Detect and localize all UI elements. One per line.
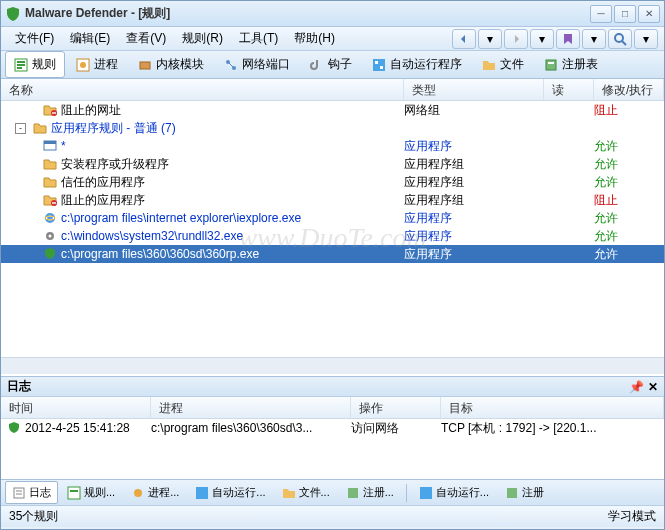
app-icon — [5, 6, 21, 22]
menu-view[interactable]: 查看(V) — [118, 27, 174, 50]
log-operation: 访问网络 — [351, 420, 441, 437]
rule-row[interactable]: c:\program files\internet explorer\iexpl… — [1, 209, 664, 227]
col-name[interactable]: 名称 — [1, 79, 404, 100]
pin-icon[interactable]: 📌 — [629, 380, 644, 394]
rule-row[interactable]: 阻止的网址 网络组 阻止 — [1, 101, 664, 119]
tab-process[interactable]: 进程 — [67, 51, 127, 78]
process-icon — [76, 58, 90, 72]
rule-type: 网络组 — [404, 102, 544, 119]
column-headers: 名称 类型 读 修改/执行 — [1, 79, 664, 101]
svg-line-1 — [622, 41, 626, 45]
rule-type: 应用程序组 — [404, 156, 544, 173]
nav-back-dropdown[interactable]: ▾ — [478, 29, 502, 49]
btab-autorun2-label: 自动运行... — [436, 485, 489, 500]
tab-kernel[interactable]: 内核模块 — [129, 51, 213, 78]
svg-point-0 — [615, 34, 623, 42]
menu-rule[interactable]: 规则(R) — [174, 27, 231, 50]
nav-mark-button[interactable] — [556, 29, 580, 49]
files-icon — [282, 486, 296, 500]
svg-rect-33 — [420, 487, 432, 499]
svg-point-7 — [80, 62, 86, 68]
btab-registry[interactable]: 注册... — [339, 481, 401, 504]
app-all-icon — [43, 139, 57, 153]
nav-back-button[interactable] — [452, 29, 476, 49]
nav-mark-dropdown[interactable]: ▾ — [582, 29, 606, 49]
log-close-icon[interactable]: ✕ — [648, 380, 658, 394]
tab-autorun[interactable]: 自动运行程序 — [363, 51, 471, 78]
folder-app-icon — [33, 121, 47, 135]
rule-name: 阻止的网址 — [61, 102, 121, 119]
svg-rect-3 — [17, 61, 25, 63]
rule-name: 阻止的应用程序 — [61, 192, 145, 209]
svg-rect-5 — [17, 67, 22, 69]
folder-icon — [43, 157, 57, 171]
rules-icon — [14, 58, 28, 72]
rule-type: 应用程序 — [404, 210, 544, 227]
rule-row[interactable]: c:\program files\360\360sd\360rp.exe 应用程… — [1, 245, 664, 263]
minimize-button[interactable]: ─ — [590, 5, 612, 23]
log-col-target[interactable]: 目标 — [441, 397, 664, 418]
btab-log-label: 日志 — [29, 485, 51, 500]
col-read[interactable]: 读 — [544, 79, 594, 100]
expander-icon[interactable]: - — [15, 123, 26, 134]
btab-autorun[interactable]: 自动运行... — [188, 481, 272, 504]
svg-rect-20 — [52, 202, 56, 203]
tab-hook[interactable]: 钩子 — [301, 51, 361, 78]
btab-log[interactable]: 日志 — [5, 481, 58, 504]
rule-action: 阻止 — [594, 102, 664, 119]
h-scrollbar[interactable] — [1, 357, 664, 374]
folder-icon — [43, 175, 57, 189]
search-dropdown[interactable]: ▾ — [634, 29, 658, 49]
col-action[interactable]: 修改/执行 — [594, 79, 664, 100]
log-body[interactable]: 2012-4-25 15:41:28 c:\program files\360\… — [1, 419, 664, 479]
menu-file[interactable]: 文件(F) — [7, 27, 62, 50]
btab-register[interactable]: 注册 — [498, 481, 551, 504]
svg-rect-34 — [507, 488, 517, 498]
tab-rules-label: 规则 — [32, 56, 56, 73]
nav-forward-button[interactable] — [504, 29, 528, 49]
rules-list[interactable]: 阻止的网址 网络组 阻止 - 应用程序规则 - 普通 (7) * 应用程序 允许… — [1, 101, 664, 357]
rule-row[interactable]: 信任的应用程序 应用程序组 允许 — [1, 173, 664, 191]
registry-icon — [544, 58, 558, 72]
btab-process[interactable]: 进程... — [124, 481, 186, 504]
nav-forward-dropdown[interactable]: ▾ — [530, 29, 554, 49]
rule-row[interactable]: 阻止的应用程序 应用程序组 阻止 — [1, 191, 664, 209]
rule-row[interactable]: 安装程序或升级程序 应用程序组 允许 — [1, 155, 664, 173]
window-buttons: ─ □ ✕ — [590, 5, 660, 23]
btab-rules[interactable]: 规则... — [60, 481, 122, 504]
tab-registry-label: 注册表 — [562, 56, 598, 73]
log-col-time[interactable]: 时间 — [1, 397, 151, 418]
search-button[interactable] — [608, 29, 632, 49]
close-button[interactable]: ✕ — [638, 5, 660, 23]
log-row[interactable]: 2012-4-25 15:41:28 c:\program files\360\… — [1, 419, 664, 437]
svg-rect-4 — [17, 64, 25, 66]
col-type[interactable]: 类型 — [404, 79, 544, 100]
btab-files[interactable]: 文件... — [275, 481, 337, 504]
btab-process-label: 进程... — [148, 485, 179, 500]
rule-name: * — [61, 139, 66, 153]
rule-row[interactable]: * 应用程序 允许 — [1, 137, 664, 155]
rule-type: 应用程序组 — [404, 192, 544, 209]
tab-rules[interactable]: 规则 — [5, 51, 65, 78]
svg-rect-32 — [348, 488, 358, 498]
menu-edit[interactable]: 编辑(E) — [62, 27, 118, 50]
log-process: c:\program files\360\360sd\3... — [151, 421, 351, 435]
maximize-button[interactable]: □ — [614, 5, 636, 23]
tab-netport[interactable]: 网络端口 — [215, 51, 299, 78]
log-col-process[interactable]: 进程 — [151, 397, 351, 418]
btab-autorun2[interactable]: 自动运行... — [412, 481, 496, 504]
nav-buttons: ▾ ▾ ▾ ▾ — [452, 29, 658, 49]
log-col-operation[interactable]: 操作 — [351, 397, 441, 418]
rule-name: c:\program files\360\360sd\360rp.exe — [61, 247, 259, 261]
menu-help[interactable]: 帮助(H) — [286, 27, 343, 50]
tab-registry[interactable]: 注册表 — [535, 51, 607, 78]
rule-row[interactable]: c:\windows\system32\rundll32.exe 应用程序 允许 — [1, 227, 664, 245]
process-icon — [131, 486, 145, 500]
kernel-icon — [138, 58, 152, 72]
tab-autorun-label: 自动运行程序 — [390, 56, 462, 73]
svg-rect-14 — [548, 62, 554, 64]
svg-rect-13 — [546, 60, 556, 70]
rule-row[interactable]: - 应用程序规则 - 普通 (7) — [1, 119, 664, 137]
menu-tool[interactable]: 工具(T) — [231, 27, 286, 50]
tab-files[interactable]: 文件 — [473, 51, 533, 78]
